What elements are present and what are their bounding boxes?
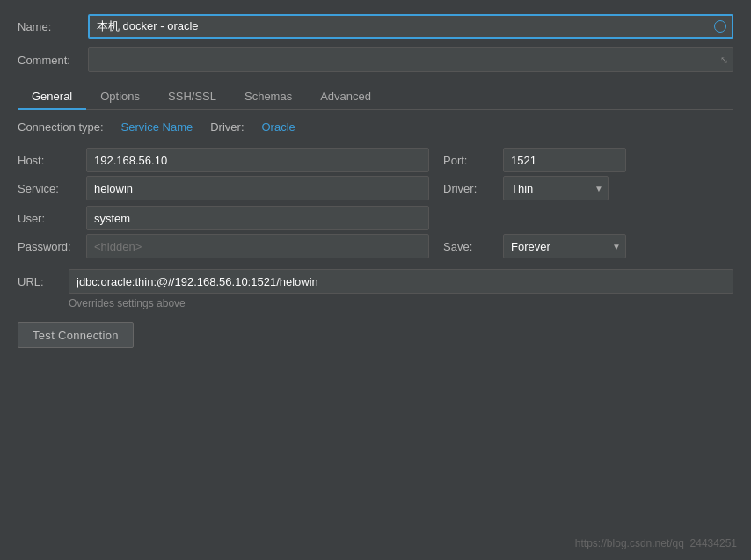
password-input[interactable] <box>86 234 429 258</box>
tab-advanced[interactable]: Advanced <box>306 84 385 110</box>
user-group: User: <box>18 206 429 230</box>
tabs-container: General Options SSH/SSL Schemas Advanced <box>18 84 733 110</box>
driver-select-group: Driver: Thin OCI JDBC ▼ <box>443 176 609 200</box>
name-label: Name: <box>18 20 88 33</box>
driver-select[interactable]: Thin OCI JDBC <box>503 176 609 200</box>
host-input[interactable] <box>86 148 429 172</box>
connection-dialog: Name: Comment: ⤡ General Options SSH/SSL… <box>0 0 751 560</box>
comment-label: Comment: <box>18 54 88 67</box>
url-row: URL: <box>18 269 733 294</box>
tab-content-general: Connection type: Service Name Driver: Or… <box>18 110 733 348</box>
name-row: Name: <box>18 14 733 39</box>
comment-row: Comment: ⤡ <box>18 47 733 72</box>
url-section: URL: Overrides settings above <box>18 269 733 309</box>
user-row: User: <box>18 206 733 230</box>
password-label: Password: <box>18 240 79 253</box>
service-label: Service: <box>18 182 79 195</box>
user-label: User: <box>18 212 79 225</box>
driver-select-wrapper: Thin OCI JDBC ▼ <box>503 176 609 200</box>
driver-static-label: Driver: <box>210 120 244 134</box>
driver-select-label: Driver: <box>443 182 496 195</box>
connection-type-row: Connection type: Service Name Driver: Or… <box>18 120 733 134</box>
port-group: Port: <box>443 148 626 172</box>
overrides-text: Overrides settings above <box>69 297 733 309</box>
expand-icon[interactable]: ⤡ <box>720 55 728 66</box>
connection-type-label: Connection type: <box>18 120 104 134</box>
url-label: URL: <box>18 275 62 288</box>
tab-options[interactable]: Options <box>86 84 154 110</box>
host-group: Host: <box>18 148 429 172</box>
name-field-indicator <box>714 20 726 33</box>
tab-sshssl[interactable]: SSH/SSL <box>154 84 230 110</box>
url-input-wrapper <box>69 269 733 294</box>
port-input[interactable] <box>503 148 626 172</box>
tab-general[interactable]: General <box>18 84 86 110</box>
host-label: Host: <box>18 154 79 167</box>
name-input[interactable] <box>88 14 733 39</box>
save-label: Save: <box>443 240 496 253</box>
tab-schemas[interactable]: Schemas <box>230 84 306 110</box>
comment-wrapper: ⤡ <box>88 47 733 72</box>
service-driver-row: Service: Driver: Thin OCI JDBC ▼ <box>18 176 733 200</box>
save-group: Save: Forever Until restart Never ▼ <box>443 234 626 258</box>
driver-static-value[interactable]: Oracle <box>262 120 295 134</box>
user-input[interactable] <box>86 206 429 230</box>
connection-type-value[interactable]: Service Name <box>121 120 193 134</box>
save-select[interactable]: Forever Until restart Never <box>503 234 626 258</box>
url-input[interactable] <box>69 269 733 294</box>
comment-input[interactable] <box>88 47 733 72</box>
service-group: Service: <box>18 176 429 200</box>
password-group: Password: <box>18 234 429 258</box>
port-label: Port: <box>443 154 496 167</box>
host-port-row: Host: Port: <box>18 148 733 172</box>
test-connection-button[interactable]: Test Connection <box>18 322 134 348</box>
name-field-wrapper <box>88 14 733 39</box>
service-input[interactable] <box>86 176 429 200</box>
password-save-row: Password: Save: Forever Until restart Ne… <box>18 234 733 258</box>
save-select-wrapper: Forever Until restart Never ▼ <box>503 234 626 258</box>
watermark: https://blog.csdn.net/qq_24434251 <box>575 537 737 549</box>
